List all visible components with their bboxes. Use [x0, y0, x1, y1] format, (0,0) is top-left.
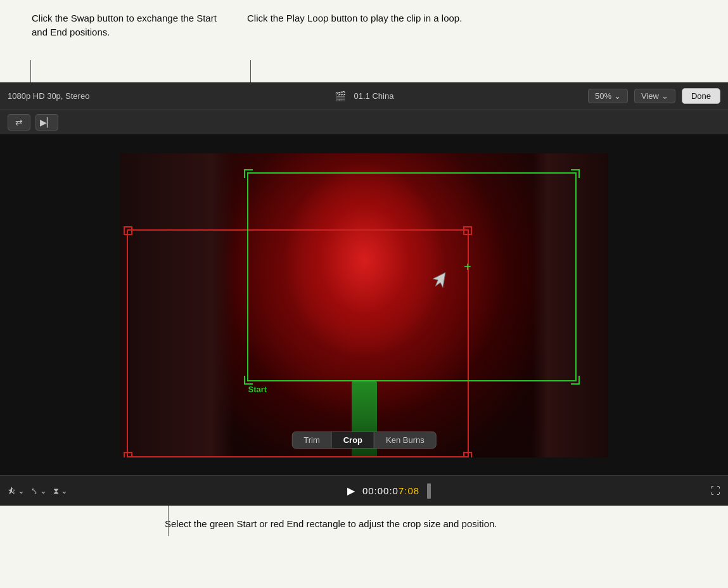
view-button[interactable]: View ⌄ [634, 89, 675, 103]
player-container: 1080p HD 30p, Stereo 🎬 01.1 China 50% ⌄ … [0, 82, 728, 475]
crop-tool-button[interactable]: ⯪ ⌄ [8, 486, 25, 495]
ken-burns-tab-label: Ken Burns [386, 435, 425, 445]
wood-left [120, 153, 234, 457]
done-button[interactable]: Done [682, 88, 720, 104]
callout-right-text: Click the Play Loop button to play the c… [247, 13, 462, 23]
transform-chevron: ⌄ [40, 486, 47, 495]
pb-left-controls: ⯪ ⌄ ⤣ ⌄ ⧗ ⌄ [8, 486, 68, 496]
crop-icon: ⯪ [8, 486, 16, 495]
timecode-main: 00:00:0 [362, 485, 399, 496]
clip-info-text: 1080p HD 30p, Stereo [8, 91, 89, 101]
ken-burns-tab[interactable]: Ken Burns [374, 432, 436, 448]
top-bar-controls: 50% ⌄ View ⌄ Done [483, 88, 720, 104]
callout-right: Click the Play Loop button to play the c… [234, 11, 475, 25]
bottom-callout-text: Select the green Start or red End rectan… [165, 517, 497, 532]
callout-line-bottom [168, 506, 169, 536]
crop-tabs: Trim Crop Ken Burns [291, 431, 437, 449]
zoom-button[interactable]: 50% ⌄ [588, 89, 628, 103]
transform-tool-button[interactable]: ⤣ ⌄ [31, 486, 47, 495]
speed-tool-button[interactable]: ⧗ ⌄ [53, 486, 68, 496]
swap-button[interactable]: ⇄ [8, 114, 30, 131]
trim-tab[interactable]: Trim [292, 432, 331, 448]
zoom-level: 50% [595, 91, 611, 101]
wood-right [532, 153, 608, 457]
done-label: Done [691, 91, 711, 101]
clip-name: 01.1 China [354, 91, 394, 101]
crop-tab-label: Crop [343, 435, 362, 445]
clip-title-area: 🎬 01.1 China [245, 91, 483, 102]
top-annotation-area: Click the Swap button to exchange the St… [0, 0, 728, 82]
crop-tab[interactable]: Crop [332, 432, 374, 448]
zoom-chevron-icon: ⌄ [614, 91, 621, 101]
speed-icon: ⧗ [53, 486, 59, 496]
playback-bar: ⯪ ⌄ ⤣ ⌄ ⧗ ⌄ ▶ 00:00:07:08 ⛶ [0, 475, 728, 506]
timecode-frame: 7:08 [399, 485, 419, 496]
tool-bar: ⇄ ▶▏ [0, 110, 728, 134]
play-button[interactable]: ▶ [347, 485, 355, 497]
play-loop-button[interactable]: ▶▏ [35, 114, 58, 131]
top-bar: 1080p HD 30p, Stereo 🎬 01.1 China 50% ⌄ … [0, 82, 728, 110]
crop-chevron: ⌄ [18, 486, 25, 495]
video-frame: End Start + [120, 153, 608, 457]
callout-left-text: Click the Swap button to exchange the St… [32, 13, 217, 37]
film-icon: 🎬 [335, 91, 347, 102]
timecode-display: 00:00:07:08 [362, 485, 419, 496]
play-loop-icon: ▶▏ [40, 117, 54, 127]
pb-right: ⛶ [710, 485, 720, 497]
bottom-annotation-area: Select the green Start or red End rectan… [0, 506, 728, 588]
callout-left: Click the Swap button to exchange the St… [0, 11, 234, 39]
trim-tab-label: Trim [303, 435, 320, 445]
pb-center: ▶ 00:00:07:08 [78, 483, 700, 499]
view-label: View [641, 91, 659, 101]
timecode-marker [427, 483, 431, 499]
bottom-callout-content: Select the green Start or red End rectan… [165, 518, 497, 529]
clip-info: 1080p HD 30p, Stereo [8, 91, 245, 101]
speed-chevron: ⌄ [61, 486, 68, 495]
video-canvas: End Start + [0, 134, 728, 476]
view-chevron-icon: ⌄ [661, 91, 668, 101]
swap-icon: ⇄ [15, 117, 23, 127]
fullscreen-button[interactable]: ⛶ [710, 485, 720, 497]
transform-icon: ⤣ [31, 486, 38, 495]
